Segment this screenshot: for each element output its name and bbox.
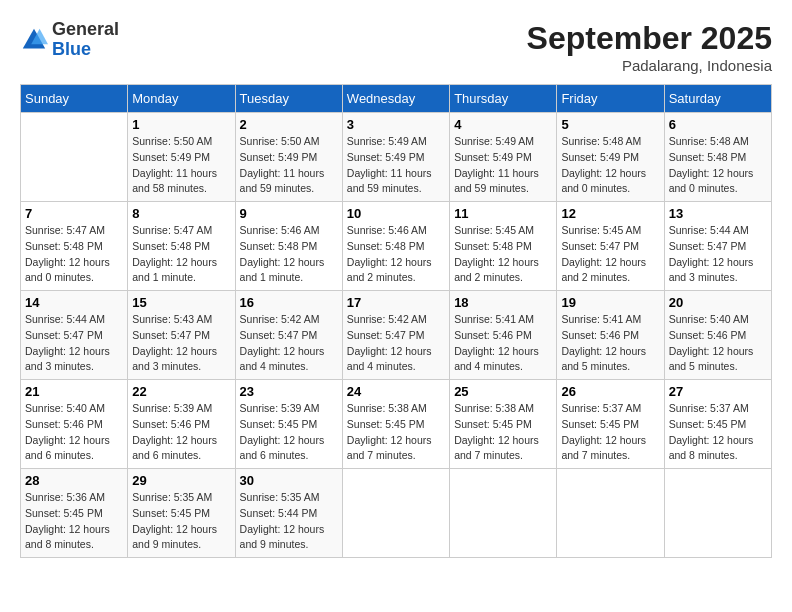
calendar-cell: 14Sunrise: 5:44 AMSunset: 5:47 PMDayligh… [21, 291, 128, 380]
day-info: Sunrise: 5:44 AMSunset: 5:47 PMDaylight:… [25, 312, 123, 375]
calendar-cell: 28Sunrise: 5:36 AMSunset: 5:45 PMDayligh… [21, 469, 128, 558]
calendar-cell: 11Sunrise: 5:45 AMSunset: 5:48 PMDayligh… [450, 202, 557, 291]
day-number: 24 [347, 384, 445, 399]
calendar-cell: 5Sunrise: 5:48 AMSunset: 5:49 PMDaylight… [557, 113, 664, 202]
day-number: 5 [561, 117, 659, 132]
day-info: Sunrise: 5:49 AMSunset: 5:49 PMDaylight:… [347, 134, 445, 197]
day-info: Sunrise: 5:42 AMSunset: 5:47 PMDaylight:… [347, 312, 445, 375]
calendar-cell: 27Sunrise: 5:37 AMSunset: 5:45 PMDayligh… [664, 380, 771, 469]
day-number: 22 [132, 384, 230, 399]
day-number: 27 [669, 384, 767, 399]
day-number: 15 [132, 295, 230, 310]
day-number: 7 [25, 206, 123, 221]
calendar-cell: 23Sunrise: 5:39 AMSunset: 5:45 PMDayligh… [235, 380, 342, 469]
day-info: Sunrise: 5:44 AMSunset: 5:47 PMDaylight:… [669, 223, 767, 286]
calendar-cell: 26Sunrise: 5:37 AMSunset: 5:45 PMDayligh… [557, 380, 664, 469]
title-block: September 2025 Padalarang, Indonesia [527, 20, 772, 74]
day-number: 29 [132, 473, 230, 488]
calendar-cell: 29Sunrise: 5:35 AMSunset: 5:45 PMDayligh… [128, 469, 235, 558]
day-number: 4 [454, 117, 552, 132]
calendar-cell: 2Sunrise: 5:50 AMSunset: 5:49 PMDaylight… [235, 113, 342, 202]
page-header: General Blue September 2025 Padalarang, … [20, 20, 772, 74]
day-info: Sunrise: 5:46 AMSunset: 5:48 PMDaylight:… [347, 223, 445, 286]
day-info: Sunrise: 5:36 AMSunset: 5:45 PMDaylight:… [25, 490, 123, 553]
calendar-cell: 18Sunrise: 5:41 AMSunset: 5:46 PMDayligh… [450, 291, 557, 380]
logo-blue: Blue [52, 40, 119, 60]
day-info: Sunrise: 5:37 AMSunset: 5:45 PMDaylight:… [669, 401, 767, 464]
day-number: 10 [347, 206, 445, 221]
calendar-cell: 16Sunrise: 5:42 AMSunset: 5:47 PMDayligh… [235, 291, 342, 380]
day-info: Sunrise: 5:37 AMSunset: 5:45 PMDaylight:… [561, 401, 659, 464]
day-number: 17 [347, 295, 445, 310]
calendar-cell: 7Sunrise: 5:47 AMSunset: 5:48 PMDaylight… [21, 202, 128, 291]
calendar-cell: 24Sunrise: 5:38 AMSunset: 5:45 PMDayligh… [342, 380, 449, 469]
day-info: Sunrise: 5:41 AMSunset: 5:46 PMDaylight:… [561, 312, 659, 375]
location-subtitle: Padalarang, Indonesia [527, 57, 772, 74]
calendar-cell: 10Sunrise: 5:46 AMSunset: 5:48 PMDayligh… [342, 202, 449, 291]
day-number: 9 [240, 206, 338, 221]
calendar-cell [664, 469, 771, 558]
calendar-cell: 6Sunrise: 5:48 AMSunset: 5:48 PMDaylight… [664, 113, 771, 202]
calendar-cell: 8Sunrise: 5:47 AMSunset: 5:48 PMDaylight… [128, 202, 235, 291]
day-number: 18 [454, 295, 552, 310]
day-number: 13 [669, 206, 767, 221]
day-info: Sunrise: 5:48 AMSunset: 5:49 PMDaylight:… [561, 134, 659, 197]
day-number: 14 [25, 295, 123, 310]
logo-general: General [52, 20, 119, 40]
calendar-cell: 1Sunrise: 5:50 AMSunset: 5:49 PMDaylight… [128, 113, 235, 202]
day-number: 30 [240, 473, 338, 488]
logo-icon [20, 26, 48, 54]
col-header-monday: Monday [128, 85, 235, 113]
calendar-cell: 22Sunrise: 5:39 AMSunset: 5:46 PMDayligh… [128, 380, 235, 469]
calendar-cell: 30Sunrise: 5:35 AMSunset: 5:44 PMDayligh… [235, 469, 342, 558]
month-title: September 2025 [527, 20, 772, 57]
calendar-cell: 21Sunrise: 5:40 AMSunset: 5:46 PMDayligh… [21, 380, 128, 469]
col-header-tuesday: Tuesday [235, 85, 342, 113]
day-info: Sunrise: 5:45 AMSunset: 5:48 PMDaylight:… [454, 223, 552, 286]
day-info: Sunrise: 5:45 AMSunset: 5:47 PMDaylight:… [561, 223, 659, 286]
day-info: Sunrise: 5:35 AMSunset: 5:44 PMDaylight:… [240, 490, 338, 553]
day-info: Sunrise: 5:38 AMSunset: 5:45 PMDaylight:… [347, 401, 445, 464]
day-number: 3 [347, 117, 445, 132]
day-number: 23 [240, 384, 338, 399]
calendar-cell: 25Sunrise: 5:38 AMSunset: 5:45 PMDayligh… [450, 380, 557, 469]
day-info: Sunrise: 5:43 AMSunset: 5:47 PMDaylight:… [132, 312, 230, 375]
day-info: Sunrise: 5:42 AMSunset: 5:47 PMDaylight:… [240, 312, 338, 375]
day-info: Sunrise: 5:40 AMSunset: 5:46 PMDaylight:… [25, 401, 123, 464]
day-number: 1 [132, 117, 230, 132]
day-info: Sunrise: 5:47 AMSunset: 5:48 PMDaylight:… [132, 223, 230, 286]
day-info: Sunrise: 5:46 AMSunset: 5:48 PMDaylight:… [240, 223, 338, 286]
day-info: Sunrise: 5:38 AMSunset: 5:45 PMDaylight:… [454, 401, 552, 464]
day-info: Sunrise: 5:41 AMSunset: 5:46 PMDaylight:… [454, 312, 552, 375]
calendar-cell: 15Sunrise: 5:43 AMSunset: 5:47 PMDayligh… [128, 291, 235, 380]
day-info: Sunrise: 5:49 AMSunset: 5:49 PMDaylight:… [454, 134, 552, 197]
col-header-sunday: Sunday [21, 85, 128, 113]
day-number: 12 [561, 206, 659, 221]
calendar-cell: 13Sunrise: 5:44 AMSunset: 5:47 PMDayligh… [664, 202, 771, 291]
col-header-thursday: Thursday [450, 85, 557, 113]
day-info: Sunrise: 5:48 AMSunset: 5:48 PMDaylight:… [669, 134, 767, 197]
day-number: 26 [561, 384, 659, 399]
day-number: 11 [454, 206, 552, 221]
day-number: 16 [240, 295, 338, 310]
day-info: Sunrise: 5:39 AMSunset: 5:46 PMDaylight:… [132, 401, 230, 464]
calendar-cell: 12Sunrise: 5:45 AMSunset: 5:47 PMDayligh… [557, 202, 664, 291]
day-number: 20 [669, 295, 767, 310]
day-number: 2 [240, 117, 338, 132]
calendar-cell [342, 469, 449, 558]
col-header-wednesday: Wednesday [342, 85, 449, 113]
calendar-cell [21, 113, 128, 202]
logo: General Blue [20, 20, 119, 60]
calendar-table: SundayMondayTuesdayWednesdayThursdayFrid… [20, 84, 772, 558]
col-header-saturday: Saturday [664, 85, 771, 113]
day-number: 8 [132, 206, 230, 221]
day-number: 25 [454, 384, 552, 399]
calendar-cell [557, 469, 664, 558]
calendar-cell: 19Sunrise: 5:41 AMSunset: 5:46 PMDayligh… [557, 291, 664, 380]
calendar-cell: 4Sunrise: 5:49 AMSunset: 5:49 PMDaylight… [450, 113, 557, 202]
calendar-cell: 9Sunrise: 5:46 AMSunset: 5:48 PMDaylight… [235, 202, 342, 291]
calendar-cell [450, 469, 557, 558]
day-info: Sunrise: 5:47 AMSunset: 5:48 PMDaylight:… [25, 223, 123, 286]
day-info: Sunrise: 5:50 AMSunset: 5:49 PMDaylight:… [240, 134, 338, 197]
col-header-friday: Friday [557, 85, 664, 113]
